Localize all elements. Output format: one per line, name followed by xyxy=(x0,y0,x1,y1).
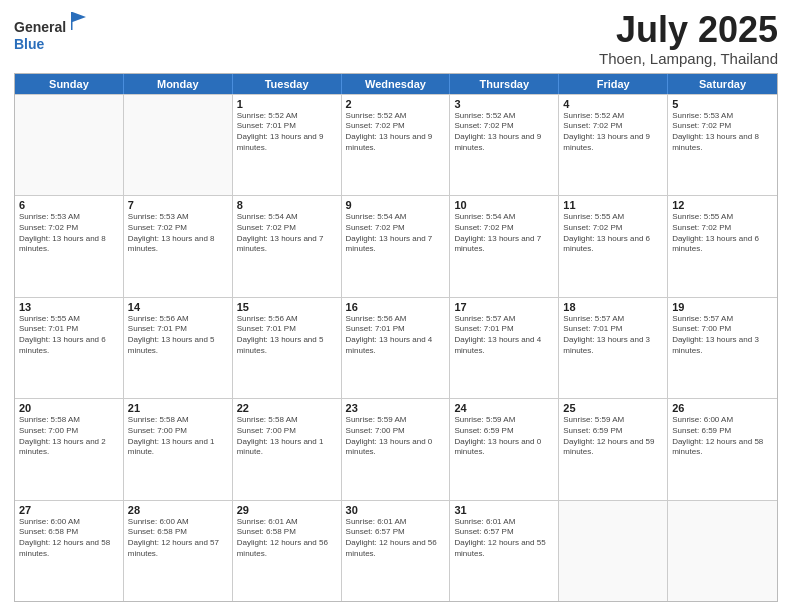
cell-info: Sunrise: 6:00 AM Sunset: 6:58 PM Dayligh… xyxy=(19,517,119,560)
calendar-cell: 5Sunrise: 5:53 AM Sunset: 7:02 PM Daylig… xyxy=(668,95,777,195)
day-number: 9 xyxy=(346,199,446,211)
day-number: 7 xyxy=(128,199,228,211)
calendar-cell: 26Sunrise: 6:00 AM Sunset: 6:59 PM Dayli… xyxy=(668,399,777,499)
calendar-cell: 10Sunrise: 5:54 AM Sunset: 7:02 PM Dayli… xyxy=(450,196,559,296)
day-number: 11 xyxy=(563,199,663,211)
calendar-cell: 27Sunrise: 6:00 AM Sunset: 6:58 PM Dayli… xyxy=(15,501,124,601)
calendar-cell: 13Sunrise: 5:55 AM Sunset: 7:01 PM Dayli… xyxy=(15,298,124,398)
calendar-cell: 31Sunrise: 6:01 AM Sunset: 6:57 PM Dayli… xyxy=(450,501,559,601)
location-title: Thoen, Lampang, Thailand xyxy=(599,50,778,67)
calendar-row-4: 20Sunrise: 5:58 AM Sunset: 7:00 PM Dayli… xyxy=(15,398,777,499)
cell-info: Sunrise: 5:55 AM Sunset: 7:02 PM Dayligh… xyxy=(563,212,663,255)
day-number: 19 xyxy=(672,301,773,313)
page: General Blue July 2025 Thoen, Lampang, T… xyxy=(0,0,792,612)
header-cell-tuesday: Tuesday xyxy=(233,74,342,94)
day-number: 26 xyxy=(672,402,773,414)
cell-info: Sunrise: 5:54 AM Sunset: 7:02 PM Dayligh… xyxy=(237,212,337,255)
header-cell-sunday: Sunday xyxy=(15,74,124,94)
header-cell-thursday: Thursday xyxy=(450,74,559,94)
calendar-cell: 22Sunrise: 5:58 AM Sunset: 7:00 PM Dayli… xyxy=(233,399,342,499)
day-number: 12 xyxy=(672,199,773,211)
logo-flag-icon xyxy=(68,10,90,32)
cell-info: Sunrise: 5:59 AM Sunset: 7:00 PM Dayligh… xyxy=(346,415,446,458)
calendar-cell: 7Sunrise: 5:53 AM Sunset: 7:02 PM Daylig… xyxy=(124,196,233,296)
cell-info: Sunrise: 5:54 AM Sunset: 7:02 PM Dayligh… xyxy=(346,212,446,255)
cell-info: Sunrise: 5:57 AM Sunset: 7:01 PM Dayligh… xyxy=(563,314,663,357)
day-number: 29 xyxy=(237,504,337,516)
cell-info: Sunrise: 5:54 AM Sunset: 7:02 PM Dayligh… xyxy=(454,212,554,255)
calendar-cell: 21Sunrise: 5:58 AM Sunset: 7:00 PM Dayli… xyxy=(124,399,233,499)
cell-info: Sunrise: 5:57 AM Sunset: 7:00 PM Dayligh… xyxy=(672,314,773,357)
day-number: 20 xyxy=(19,402,119,414)
calendar-body: 1Sunrise: 5:52 AM Sunset: 7:01 PM Daylig… xyxy=(15,94,777,601)
cell-info: Sunrise: 5:52 AM Sunset: 7:02 PM Dayligh… xyxy=(454,111,554,154)
header-cell-friday: Friday xyxy=(559,74,668,94)
day-number: 13 xyxy=(19,301,119,313)
calendar-cell: 17Sunrise: 5:57 AM Sunset: 7:01 PM Dayli… xyxy=(450,298,559,398)
calendar-cell: 2Sunrise: 5:52 AM Sunset: 7:02 PM Daylig… xyxy=(342,95,451,195)
header-cell-monday: Monday xyxy=(124,74,233,94)
day-number: 24 xyxy=(454,402,554,414)
calendar-cell: 14Sunrise: 5:56 AM Sunset: 7:01 PM Dayli… xyxy=(124,298,233,398)
logo-general: General xyxy=(14,19,66,35)
calendar-cell xyxy=(124,95,233,195)
cell-info: Sunrise: 6:01 AM Sunset: 6:57 PM Dayligh… xyxy=(346,517,446,560)
calendar-cell: 29Sunrise: 6:01 AM Sunset: 6:58 PM Dayli… xyxy=(233,501,342,601)
calendar-cell: 28Sunrise: 6:00 AM Sunset: 6:58 PM Dayli… xyxy=(124,501,233,601)
calendar-header: SundayMondayTuesdayWednesdayThursdayFrid… xyxy=(15,74,777,94)
calendar-cell: 12Sunrise: 5:55 AM Sunset: 7:02 PM Dayli… xyxy=(668,196,777,296)
cell-info: Sunrise: 5:52 AM Sunset: 7:02 PM Dayligh… xyxy=(346,111,446,154)
calendar-cell: 1Sunrise: 5:52 AM Sunset: 7:01 PM Daylig… xyxy=(233,95,342,195)
calendar-cell: 11Sunrise: 5:55 AM Sunset: 7:02 PM Dayli… xyxy=(559,196,668,296)
day-number: 4 xyxy=(563,98,663,110)
day-number: 27 xyxy=(19,504,119,516)
day-number: 14 xyxy=(128,301,228,313)
calendar-cell xyxy=(559,501,668,601)
day-number: 17 xyxy=(454,301,554,313)
logo: General Blue xyxy=(14,10,90,53)
header: General Blue July 2025 Thoen, Lampang, T… xyxy=(14,10,778,67)
cell-info: Sunrise: 5:59 AM Sunset: 6:59 PM Dayligh… xyxy=(563,415,663,458)
title-block: July 2025 Thoen, Lampang, Thailand xyxy=(599,10,778,67)
header-cell-wednesday: Wednesday xyxy=(342,74,451,94)
cell-info: Sunrise: 6:01 AM Sunset: 6:58 PM Dayligh… xyxy=(237,517,337,560)
calendar-row-1: 1Sunrise: 5:52 AM Sunset: 7:01 PM Daylig… xyxy=(15,94,777,195)
calendar-cell: 4Sunrise: 5:52 AM Sunset: 7:02 PM Daylig… xyxy=(559,95,668,195)
day-number: 6 xyxy=(19,199,119,211)
day-number: 15 xyxy=(237,301,337,313)
day-number: 8 xyxy=(237,199,337,211)
calendar-row-5: 27Sunrise: 6:00 AM Sunset: 6:58 PM Dayli… xyxy=(15,500,777,601)
cell-info: Sunrise: 5:58 AM Sunset: 7:00 PM Dayligh… xyxy=(128,415,228,458)
day-number: 2 xyxy=(346,98,446,110)
cell-info: Sunrise: 6:00 AM Sunset: 6:58 PM Dayligh… xyxy=(128,517,228,560)
cell-info: Sunrise: 6:01 AM Sunset: 6:57 PM Dayligh… xyxy=(454,517,554,560)
day-number: 31 xyxy=(454,504,554,516)
cell-info: Sunrise: 5:56 AM Sunset: 7:01 PM Dayligh… xyxy=(346,314,446,357)
logo-blue: Blue xyxy=(14,36,44,52)
day-number: 22 xyxy=(237,402,337,414)
day-number: 10 xyxy=(454,199,554,211)
day-number: 25 xyxy=(563,402,663,414)
cell-info: Sunrise: 5:53 AM Sunset: 7:02 PM Dayligh… xyxy=(128,212,228,255)
cell-info: Sunrise: 5:53 AM Sunset: 7:02 PM Dayligh… xyxy=(19,212,119,255)
logo-text: General Blue xyxy=(14,10,90,53)
calendar-cell xyxy=(668,501,777,601)
calendar-cell: 15Sunrise: 5:56 AM Sunset: 7:01 PM Dayli… xyxy=(233,298,342,398)
day-number: 5 xyxy=(672,98,773,110)
calendar-cell: 30Sunrise: 6:01 AM Sunset: 6:57 PM Dayli… xyxy=(342,501,451,601)
calendar-row-3: 13Sunrise: 5:55 AM Sunset: 7:01 PM Dayli… xyxy=(15,297,777,398)
cell-info: Sunrise: 5:59 AM Sunset: 6:59 PM Dayligh… xyxy=(454,415,554,458)
calendar-cell: 3Sunrise: 5:52 AM Sunset: 7:02 PM Daylig… xyxy=(450,95,559,195)
calendar-row-2: 6Sunrise: 5:53 AM Sunset: 7:02 PM Daylig… xyxy=(15,195,777,296)
cell-info: Sunrise: 5:52 AM Sunset: 7:01 PM Dayligh… xyxy=(237,111,337,154)
calendar-cell: 16Sunrise: 5:56 AM Sunset: 7:01 PM Dayli… xyxy=(342,298,451,398)
calendar-cell: 18Sunrise: 5:57 AM Sunset: 7:01 PM Dayli… xyxy=(559,298,668,398)
day-number: 28 xyxy=(128,504,228,516)
cell-info: Sunrise: 5:57 AM Sunset: 7:01 PM Dayligh… xyxy=(454,314,554,357)
cell-info: Sunrise: 5:58 AM Sunset: 7:00 PM Dayligh… xyxy=(237,415,337,458)
day-number: 3 xyxy=(454,98,554,110)
calendar-cell: 8Sunrise: 5:54 AM Sunset: 7:02 PM Daylig… xyxy=(233,196,342,296)
calendar-cell: 20Sunrise: 5:58 AM Sunset: 7:00 PM Dayli… xyxy=(15,399,124,499)
cell-info: Sunrise: 5:56 AM Sunset: 7:01 PM Dayligh… xyxy=(237,314,337,357)
cell-info: Sunrise: 5:52 AM Sunset: 7:02 PM Dayligh… xyxy=(563,111,663,154)
